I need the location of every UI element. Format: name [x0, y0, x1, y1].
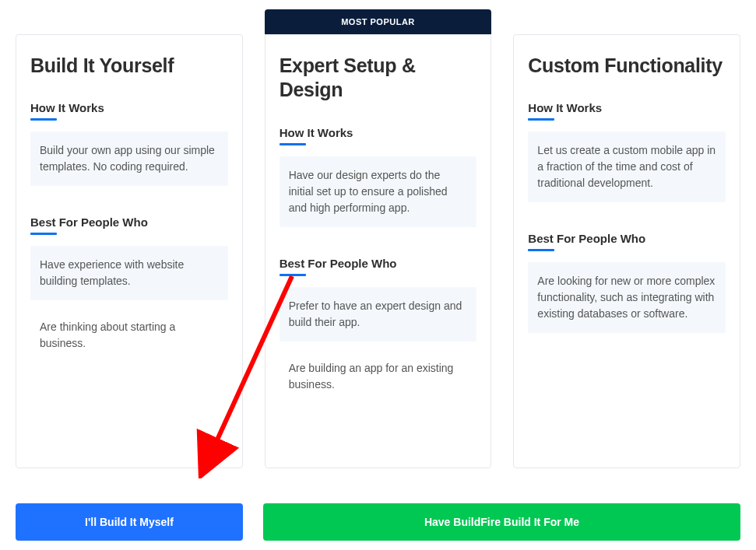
badge-spacer [16, 9, 243, 34]
accent-underline [528, 118, 554, 121]
how-it-works-text: Have our design experts do the initial s… [280, 156, 477, 227]
card-expert-setup: Expert Setup & Design How It Works Have … [265, 34, 492, 468]
best-for-text-1: Prefer to have an expert design and buil… [280, 287, 477, 342]
card-custom-functionality: Custom Functionality How It Works Let us… [513, 34, 740, 468]
best-for-text-1: Are looking for new or more complex func… [528, 262, 726, 333]
card-build-yourself-wrap: Build It Yourself How It Works Build you… [16, 9, 243, 468]
cta-buttons-row: I'll Build It Myself Have BuildFire Buil… [16, 503, 740, 541]
build-for-me-button[interactable]: Have BuildFire Build It For Me [263, 503, 740, 541]
best-for-text-2: Are thinking about starting a business. [30, 308, 228, 363]
how-it-works-label: How It Works [280, 126, 477, 139]
most-popular-badge: MOST POPULAR [265, 9, 492, 34]
accent-underline [30, 118, 57, 121]
best-for-label: Best For People Who [280, 257, 477, 270]
how-it-works-text: Build your own app using our simple temp… [30, 131, 228, 186]
how-it-works-text: Let us create a custom mobile app in a f… [528, 131, 726, 202]
best-for-label: Best For People Who [30, 215, 228, 229]
card-build-yourself: Build It Yourself How It Works Build you… [16, 34, 243, 468]
card-custom-functionality-wrap: Custom Functionality How It Works Let us… [513, 9, 740, 468]
badge-spacer [513, 9, 740, 34]
accent-underline [280, 143, 306, 145]
accent-underline [30, 233, 57, 235]
best-for-text-1: Have experience with website building te… [30, 246, 228, 300]
accent-underline [528, 249, 554, 251]
build-myself-button[interactable]: I'll Build It Myself [16, 503, 243, 541]
accent-underline [280, 274, 306, 276]
best-for-text-2: Are building an app for an existing busi… [280, 349, 477, 404]
pricing-cards-row: Build It Yourself How It Works Build you… [16, 9, 740, 468]
best-for-label: Best For People Who [528, 232, 726, 245]
how-it-works-label: How It Works [30, 101, 228, 114]
card-title: Expert Setup & Design [280, 54, 477, 103]
card-expert-setup-wrap: MOST POPULAR Expert Setup & Design How I… [265, 9, 492, 468]
card-title: Custom Functionality [528, 54, 726, 78]
how-it-works-label: How It Works [528, 101, 726, 114]
card-title: Build It Yourself [30, 54, 228, 78]
